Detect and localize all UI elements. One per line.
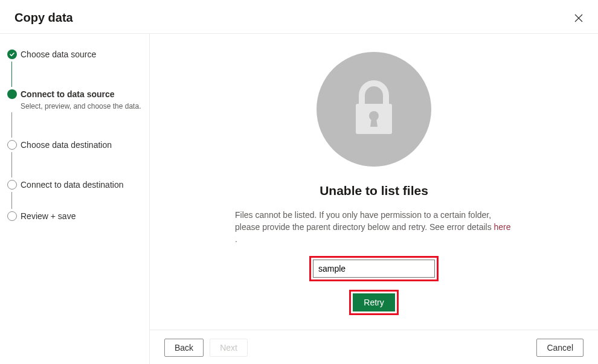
step-description: Select, preview, and choose the data. <box>21 101 142 111</box>
step-label: Choose data source <box>21 48 142 60</box>
pending-step-icon <box>7 140 17 150</box>
parent-directory-input[interactable] <box>313 260 435 278</box>
error-title: Unable to list files <box>320 184 428 198</box>
retry-button-highlight: Retry <box>349 290 398 315</box>
error-details-link[interactable]: here <box>494 222 511 232</box>
error-message-tail: . <box>235 234 237 244</box>
step-connector <box>11 152 142 177</box>
lock-icon <box>317 52 431 167</box>
dialog-footer: Back Next Cancel <box>150 330 598 364</box>
step-label: Connect to data source <box>21 88 142 100</box>
step-connect-to-data-destination[interactable]: Connect to data destination <box>5 179 142 191</box>
back-button[interactable]: Back <box>164 339 204 357</box>
wizard-sidebar: Choose data source Connect to data sourc… <box>0 34 150 364</box>
error-message: Files cannot be listed. If you only have… <box>235 209 513 245</box>
current-step-icon <box>7 89 17 99</box>
error-message-text: Files cannot be listed. If you only have… <box>235 210 494 232</box>
cancel-button[interactable]: Cancel <box>536 339 584 357</box>
step-label: Connect to data destination <box>21 179 142 191</box>
step-choose-data-destination[interactable]: Choose data destination <box>5 139 142 151</box>
step-connector <box>11 62 142 87</box>
step-label: Choose data destination <box>21 139 142 151</box>
pending-step-icon <box>7 211 17 221</box>
path-input-highlight <box>309 256 439 281</box>
next-button: Next <box>210 339 248 357</box>
step-choose-data-source[interactable]: Choose data source <box>5 48 142 60</box>
dialog-header: Copy data <box>0 0 598 34</box>
step-connect-to-data-source[interactable]: Connect to data source Select, preview, … <box>5 88 142 111</box>
retry-button[interactable]: Retry <box>353 293 394 311</box>
step-connector <box>11 112 142 138</box>
step-label: Review + save <box>21 210 142 222</box>
error-panel: Unable to list files Files cannot be lis… <box>150 34 598 330</box>
pending-step-icon <box>7 180 17 190</box>
step-connector <box>11 192 142 209</box>
close-icon[interactable] <box>574 13 584 23</box>
dialog-title: Copy data <box>14 11 73 25</box>
step-review-save[interactable]: Review + save <box>5 210 142 222</box>
checkmark-icon <box>7 49 17 59</box>
